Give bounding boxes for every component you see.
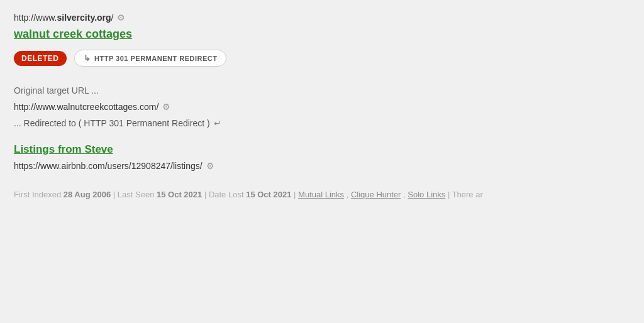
date-lost-date: 15 Oct 2021: [246, 190, 291, 199]
listing-section: Listings from Steve https://www.airbnb.c…: [14, 143, 630, 171]
redirected-text: ... Redirected to ( HTTP 301 Permanent R…: [14, 118, 210, 128]
original-target-url[interactable]: http://www.walnutcreekcottages.com/: [14, 102, 158, 112]
redirect-arrow-icon: ↳: [84, 53, 91, 63]
solo-links-link[interactable]: Solo Links: [408, 190, 445, 199]
url-domain: silvercity.org: [57, 13, 111, 23]
clique-hunter-link[interactable]: Clique Hunter: [351, 190, 401, 199]
footer-sep2: |: [204, 190, 209, 199]
url-suffix: /: [111, 13, 114, 23]
url-prefix: http://www.: [14, 13, 57, 23]
date-lost-label: Date Lost: [209, 190, 244, 199]
header-url-line: http://www.silvercity.org/ ⚙: [14, 13, 630, 23]
gear-icon-target[interactable]: ⚙: [162, 102, 170, 112]
original-url-row: http://www.walnutcreekcottages.com/ ⚙: [14, 102, 630, 112]
url-text: http://www.silvercity.org/: [14, 13, 113, 23]
listing-url-row: https://www.airbnb.com/users/12908247/li…: [14, 161, 630, 171]
redirect-label: HTTP 301 PERMANENT REDIRECT: [94, 55, 217, 62]
gear-icon-header[interactable]: ⚙: [117, 13, 125, 23]
deleted-badge: DELETED: [14, 51, 67, 66]
listing-title[interactable]: Listings from Steve: [14, 143, 630, 156]
listing-url[interactable]: https://www.airbnb.com/users/12908247/li…: [14, 161, 203, 171]
original-target-section: Original target URL ... http://www.walnu…: [14, 85, 630, 128]
first-indexed-date: 28 Aug 2006: [64, 190, 111, 199]
footer-sep1: |: [113, 190, 118, 199]
site-title[interactable]: walnut creek cottages: [14, 28, 630, 41]
mutual-links-link[interactable]: Mutual Links: [298, 190, 344, 199]
first-indexed-label: First Indexed: [14, 190, 61, 199]
corner-arrow-icon: ↵: [214, 118, 221, 128]
footer-trailing: | There ar: [448, 190, 483, 199]
gear-icon-listing[interactable]: ⚙: [206, 161, 214, 171]
footer-comma1: ,: [347, 190, 351, 199]
footer-bar: First Indexed 28 Aug 2006 | Last Seen 15…: [14, 183, 630, 199]
last-seen-date: 15 Oct 2021: [157, 190, 202, 199]
redirect-badge[interactable]: ↳ HTTP 301 PERMANENT REDIRECT: [74, 50, 227, 67]
last-seen-label: Last Seen: [118, 190, 155, 199]
original-target-label: Original target URL ...: [14, 85, 630, 96]
redirected-line: ... Redirected to ( HTTP 301 Permanent R…: [14, 118, 630, 128]
badge-row: DELETED ↳ HTTP 301 PERMANENT REDIRECT: [14, 50, 630, 67]
